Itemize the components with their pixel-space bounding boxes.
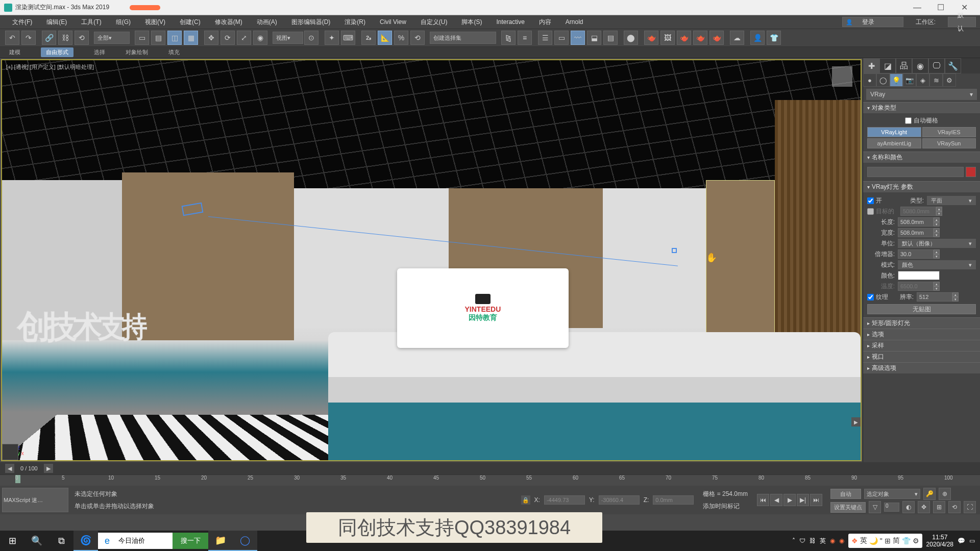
mirror-button[interactable]: ⧎ — [501, 31, 516, 45]
goto-end-button[interactable]: ⏭ — [810, 494, 822, 506]
open-a360-button[interactable]: ☁ — [730, 31, 744, 45]
render-button[interactable]: 🫖 — [677, 31, 691, 45]
taskbar-clock[interactable]: 11:57 2020/4/28 — [926, 534, 953, 548]
quick-access-slider[interactable] — [130, 5, 160, 10]
goto-start-button[interactable]: ⏮ — [757, 494, 769, 506]
menu-group[interactable]: 组(G) — [109, 15, 138, 29]
subtab-shapes[interactable]: ◯ — [876, 73, 890, 87]
menu-create[interactable]: 创建(C) — [173, 15, 208, 29]
taskbar-search-box[interactable]: e 搜一下 — [98, 533, 208, 549]
tab-modeling[interactable]: 建模 — [9, 48, 20, 56]
tab-modify[interactable]: ◪ — [879, 58, 896, 73]
tab-create[interactable]: ✚ — [863, 58, 879, 73]
tray-icon[interactable]: ◉ — [830, 537, 835, 544]
curve-editor-button[interactable]: 〰 — [571, 31, 585, 45]
rollout-vrayparams[interactable]: VRay灯光 参数 — [863, 181, 980, 192]
select-name-button[interactable]: ▤ — [151, 31, 165, 45]
tab-motion[interactable]: ◉ — [912, 58, 928, 73]
vraylight-button[interactable]: VRayLight — [867, 127, 921, 137]
autokey-button[interactable]: 自动 — [830, 489, 861, 499]
manipulate-button[interactable]: ✦ — [325, 31, 339, 45]
subtab-cameras[interactable]: 📷 — [903, 73, 916, 87]
timetag-label[interactable]: 添加时间标记 — [703, 502, 748, 511]
tab-hierarchy[interactable]: 品 — [896, 58, 912, 73]
search-icon[interactable]: 🔍 — [24, 531, 49, 551]
render-setup-button[interactable]: 🫖 — [644, 31, 658, 45]
rollout-options[interactable]: 选项 — [863, 329, 980, 340]
toggle-ribbon-button[interactable]: ▭ — [554, 31, 569, 45]
menu-animation[interactable]: 动画(A) — [250, 15, 284, 29]
render-frame-button[interactable]: 🖼 — [660, 31, 675, 45]
tray-icon[interactable]: ⛓ — [810, 537, 816, 544]
vrayies-button[interactable]: VRayIES — [922, 127, 976, 137]
material-editor-button[interactable]: ⬤ — [624, 31, 638, 45]
keyfilter-dropdown[interactable]: 选定对象 — [864, 489, 920, 499]
tab-utilities[interactable]: 🔧 — [945, 58, 961, 73]
percent-snap-button[interactable]: % — [394, 31, 408, 45]
lock-icon[interactable]: 🔒 — [521, 495, 530, 505]
rotate-button[interactable]: ⟳ — [220, 31, 235, 45]
texture-checkbox[interactable] — [867, 294, 874, 300]
select-region-button[interactable]: ◫ — [167, 31, 182, 45]
color-swatch[interactable] — [898, 271, 940, 280]
tray-action-center-icon[interactable]: 💬 — [958, 537, 965, 544]
menu-customize[interactable]: 自定义(U) — [413, 15, 455, 29]
viewport-expand-button[interactable]: ▶ — [851, 417, 861, 427]
menu-content[interactable]: 内容 — [532, 15, 558, 29]
unit-dropdown[interactable]: 默认（图像） — [898, 239, 976, 248]
viewport[interactable]: [+] [透视] [用户定义] [默认明暗处理] 创技术支持 YINTEEDU … — [1, 59, 862, 461]
viewcube[interactable] — [832, 66, 852, 87]
menu-scripting[interactable]: 脚本(S) — [454, 15, 489, 29]
subtab-systems[interactable]: ⚙ — [943, 73, 956, 87]
vraysun-button[interactable]: VRaySun — [922, 138, 976, 148]
user-icon[interactable]: 👤 — [750, 31, 765, 45]
time-prev-button[interactable]: ◀ — [5, 464, 14, 473]
prev-frame-button[interactable]: ◀ — [770, 494, 782, 506]
tray-notification-icon[interactable]: ▭ — [969, 537, 975, 544]
login-box[interactable]: 登录 — [842, 17, 903, 27]
keyfilters-button[interactable]: ▽ — [869, 501, 881, 513]
y-coord-input[interactable] — [599, 495, 640, 505]
viewport-nav4[interactable]: ⛶ — [964, 501, 976, 513]
pivot-button[interactable]: ⊙ — [304, 31, 318, 45]
rollout-namecolor[interactable]: 名称和颜色 — [863, 152, 980, 163]
vrayambient-button[interactable]: ayAmbientLig — [867, 138, 921, 148]
named-selection-set[interactable]: 创建选择集 — [430, 32, 496, 44]
maxscript-listener[interactable]: MAXScript 迷… — [2, 488, 68, 512]
link-button[interactable]: 🔗 — [42, 31, 56, 45]
select-object-button[interactable]: ▭ — [135, 31, 149, 45]
menu-arnold[interactable]: Arnold — [558, 15, 591, 29]
time-config-button[interactable]: ⊕ — [939, 488, 951, 500]
key-mode-button[interactable]: 🔑 — [923, 488, 936, 500]
setkey-button[interactable]: 设置关键点 — [830, 502, 866, 513]
tab-objectpaint[interactable]: 对象绘制 — [126, 48, 148, 56]
tab-display[interactable]: 🖵 — [928, 58, 945, 73]
taskbar-chrome[interactable]: ◯ — [233, 531, 257, 551]
selection-filter[interactable]: 全部 ▾ — [94, 32, 130, 44]
menu-file[interactable]: 文件(F) — [5, 15, 39, 29]
menu-views[interactable]: 视图(V) — [138, 15, 173, 29]
tab-selection[interactable]: 选择 — [94, 48, 105, 56]
menu-edit[interactable]: 编辑(E) — [39, 15, 74, 29]
render-iterative-button[interactable]: 🫖 — [709, 31, 724, 45]
subtab-lights[interactable]: 💡 — [890, 73, 903, 87]
taskbar-app1[interactable]: 🌀 — [74, 531, 98, 551]
time-ruler[interactable]: 0510152025303540455055606570758085909510… — [0, 474, 980, 486]
undo-button[interactable]: ↶ — [5, 31, 19, 45]
schematic-button[interactable]: ⬓ — [587, 31, 601, 45]
type-dropdown[interactable]: 平面 — [927, 196, 976, 205]
move-button[interactable]: ✥ — [204, 31, 218, 45]
dope-sheet-button[interactable]: ▤ — [603, 31, 618, 45]
workspace-dropdown[interactable]: 默认 — [948, 17, 976, 27]
menu-grapheditors[interactable]: 图形编辑器(D) — [284, 15, 338, 29]
subtab-spacewarps[interactable]: ≋ — [929, 73, 943, 87]
ime-toolbar[interactable]: ❖ 英🌙"⊞ 简👕⚙ — [848, 534, 922, 548]
shirt-icon[interactable]: 👕 — [767, 31, 781, 45]
window-crossing-button[interactable]: ▦ — [184, 31, 198, 45]
next-frame-button[interactable]: ▶| — [797, 494, 809, 506]
rollout-objecttype[interactable]: 对象类型 — [863, 102, 980, 113]
scale-button[interactable]: ⤢ — [237, 31, 251, 45]
layer-button[interactable]: ☰ — [538, 31, 552, 45]
placement-button[interactable]: ◉ — [253, 31, 267, 45]
tab-freeform[interactable]: 自由形式 — [41, 47, 74, 57]
